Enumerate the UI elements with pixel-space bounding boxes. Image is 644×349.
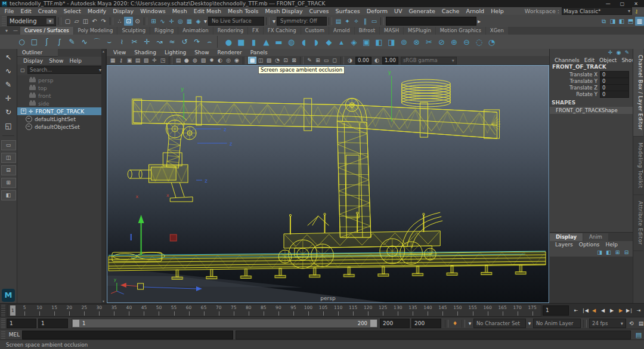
shelf-tab-curves-surfaces[interactable]: Curves / Surfaces bbox=[20, 27, 73, 35]
layer-tab-anim[interactable]: Anim bbox=[583, 233, 608, 241]
caret-icon[interactable]: ▾ bbox=[203, 17, 208, 26]
current-frame-field[interactable]: 1 bbox=[543, 305, 569, 316]
trim-tool-icon[interactable]: ✂ bbox=[423, 36, 435, 48]
menu-deform[interactable]: Deform bbox=[363, 8, 391, 14]
exposure-field[interactable]: 0.00 bbox=[355, 57, 371, 64]
resolution-gate-icon[interactable]: ◻ bbox=[330, 57, 339, 64]
filter-icon[interactable]: ▢ bbox=[19, 66, 26, 75]
undo-icon[interactable]: ↶ bbox=[90, 17, 99, 26]
colorspace-selector[interactable]: sRGB gamma▾ bbox=[401, 57, 457, 64]
nurbs-square-icon[interactable]: □ bbox=[28, 36, 41, 48]
go-to-end-button[interactable]: ⇥ bbox=[634, 306, 643, 316]
command-language-toggle[interactable]: MEL bbox=[7, 332, 22, 338]
menu-generate[interactable]: Generate bbox=[405, 8, 438, 14]
gamma-field[interactable]: 1.00 bbox=[382, 57, 398, 64]
channel-manips-icon[interactable]: ✛ bbox=[606, 48, 614, 57]
sidebar-tab-attribute-editor[interactable]: Attribute Editor bbox=[633, 195, 643, 251]
shelf-tab-bifrost[interactable]: Bifrost bbox=[355, 27, 379, 35]
nurbs-cylinder-icon[interactable]: ▮ bbox=[247, 36, 260, 48]
timeline-grip[interactable] bbox=[1, 305, 5, 316]
nurbs-cube-icon[interactable]: ■ bbox=[235, 36, 247, 48]
new-scene-icon[interactable]: ▢ bbox=[63, 17, 72, 26]
nurbs-plane-icon[interactable]: ▬ bbox=[273, 36, 285, 48]
rotate-tool-icon[interactable]: ↻ bbox=[2, 106, 15, 119]
menu-mesh-display[interactable]: Mesh Display bbox=[262, 8, 306, 14]
outliner-item-defaultobjectset[interactable]: defaultObjectSet bbox=[17, 123, 106, 131]
go-to-start-button[interactable]: ⇤ bbox=[571, 306, 580, 316]
nurbs-torus-icon[interactable]: ◍ bbox=[285, 36, 298, 48]
menu-mesh[interactable]: Mesh bbox=[169, 8, 190, 14]
surface-fillet-icon[interactable]: ◔ bbox=[485, 36, 498, 48]
outliner-item-defaultlightset[interactable]: defaultLightSet bbox=[17, 115, 106, 123]
nurbs-cone-icon[interactable]: ▲ bbox=[260, 36, 273, 48]
extend-curve-icon[interactable]: ↝ bbox=[153, 36, 166, 48]
fps-selector[interactable]: 24 fps▾ bbox=[589, 319, 626, 328]
wireframe-model[interactable]: yyzzzxxy bbox=[107, 66, 549, 302]
arc-three-point-icon[interactable]: ⌒ bbox=[91, 36, 103, 48]
save-scene-icon[interactable]: ◫ bbox=[81, 17, 90, 26]
menu-display[interactable]: Display bbox=[110, 8, 137, 14]
character-set-selector[interactable]: No Character Set bbox=[473, 319, 526, 328]
shelf-tab-mash[interactable]: MASH bbox=[380, 27, 403, 35]
outliner-item-front[interactable]: front bbox=[17, 92, 106, 100]
default-material-icon[interactable]: ◉ bbox=[233, 57, 241, 64]
lock-camera-icon[interactable]: ⚷ bbox=[117, 57, 125, 64]
render-frame-icon[interactable]: ✦ bbox=[343, 17, 352, 26]
rebuild-curve-icon[interactable]: ↺ bbox=[178, 36, 191, 48]
layer-menu-help[interactable]: Help bbox=[603, 242, 621, 248]
shelf-tab-rendering[interactable]: Rendering bbox=[213, 27, 247, 35]
play-forwards-button[interactable]: ▶ bbox=[607, 306, 616, 316]
arc-two-point-icon[interactable]: ⌣ bbox=[103, 36, 116, 48]
current-frame-marker[interactable]: 1 bbox=[10, 305, 16, 316]
outliner-item-front-of-track[interactable]: +✛FRONT_OF_TRACK bbox=[17, 107, 106, 115]
shelf-tab-fx[interactable]: FX bbox=[248, 27, 263, 35]
viewport-menu-view[interactable]: View bbox=[109, 50, 130, 55]
attach-surfaces-icon[interactable]: ⊕ bbox=[448, 36, 460, 48]
motion-blur-icon[interactable]: ◫ bbox=[256, 57, 265, 64]
range-slider[interactable]: 1 200 bbox=[72, 319, 378, 328]
planar-icon[interactable]: ◆ bbox=[323, 36, 335, 48]
snap-grid-icon[interactable]: ⊞ bbox=[149, 17, 158, 26]
play-backwards-button[interactable]: ◀ bbox=[598, 306, 607, 316]
shelf-tab-animation[interactable]: Animation bbox=[178, 27, 212, 35]
animation-start-field[interactable]: 1 bbox=[7, 319, 36, 328]
shelf-tab-xgen[interactable]: XGen bbox=[486, 27, 508, 35]
wireframe-on-shaded-icon[interactable]: ◍ bbox=[191, 57, 199, 64]
four-pane-layout-button[interactable]: ⊞ bbox=[1, 178, 16, 188]
caret-icon[interactable]: ▾ bbox=[271, 17, 277, 26]
menu-set-selector[interactable]: Modeling ▾ bbox=[7, 16, 56, 26]
sidebar-tab-channel-box-layer-editor[interactable]: Channel Box / Layer Editor bbox=[633, 49, 643, 137]
channel-speed-icon[interactable]: ◉ bbox=[615, 48, 623, 57]
two-pane-side-layout-button[interactable]: ◫ bbox=[1, 153, 16, 163]
menu-create[interactable]: Create bbox=[35, 8, 60, 14]
outliner-item-persp[interactable]: persp bbox=[17, 76, 106, 84]
playback-loop-icon[interactable]: ⟲ bbox=[627, 319, 636, 328]
shelf-tab-rigging[interactable]: Rigging bbox=[150, 27, 178, 35]
menu-edit-mesh[interactable]: Edit Mesh bbox=[190, 8, 224, 14]
multisample-aa-icon[interactable]: ▧ bbox=[265, 57, 273, 64]
menu-modify[interactable]: Modify bbox=[84, 8, 109, 14]
reverse-curve-icon[interactable]: ↷ bbox=[191, 36, 203, 48]
add-bookmark-icon[interactable]: ♦ bbox=[450, 319, 460, 328]
layer-tab-display[interactable]: Display bbox=[550, 233, 583, 241]
component-mode-icon[interactable]: ⊙ bbox=[133, 17, 142, 26]
shelf-tab-msplugin[interactable]: MSPlugin bbox=[404, 27, 435, 35]
viewport-menu-shading[interactable]: Shading bbox=[130, 50, 160, 55]
menu-cache[interactable]: Cache bbox=[438, 8, 463, 14]
make-live-icon[interactable]: ◈ bbox=[194, 17, 203, 26]
scroll-up-icon[interactable]: ▴ bbox=[101, 49, 106, 53]
playback-start-field[interactable]: 1 bbox=[38, 319, 68, 328]
menu-mesh-tools[interactable]: Mesh Tools bbox=[225, 8, 262, 14]
menu-edit[interactable]: Edit bbox=[17, 8, 35, 14]
pause-viewport-icon[interactable]: ‖ bbox=[361, 17, 370, 26]
select-hierarchy-icon[interactable]: ∴ bbox=[115, 17, 124, 26]
curve-fillet-icon[interactable]: ⌢ bbox=[203, 36, 216, 48]
depth-of-field-icon[interactable]: ◔ bbox=[273, 57, 281, 64]
shelf-tab-custom[interactable]: Custom bbox=[301, 27, 329, 35]
intersect-surfaces-icon[interactable]: ⊗ bbox=[410, 36, 423, 48]
toggle-tool-settings-icon[interactable]: ◧ bbox=[617, 17, 626, 26]
layer-list[interactable] bbox=[550, 257, 633, 303]
selected-node-name[interactable]: FRONT_OF_TRACK bbox=[550, 64, 633, 71]
playback-end-field[interactable]: 200 bbox=[380, 319, 410, 328]
viewport-canvas[interactable]: yyzzzxxy Screen space ambient occlusion … bbox=[107, 65, 549, 303]
